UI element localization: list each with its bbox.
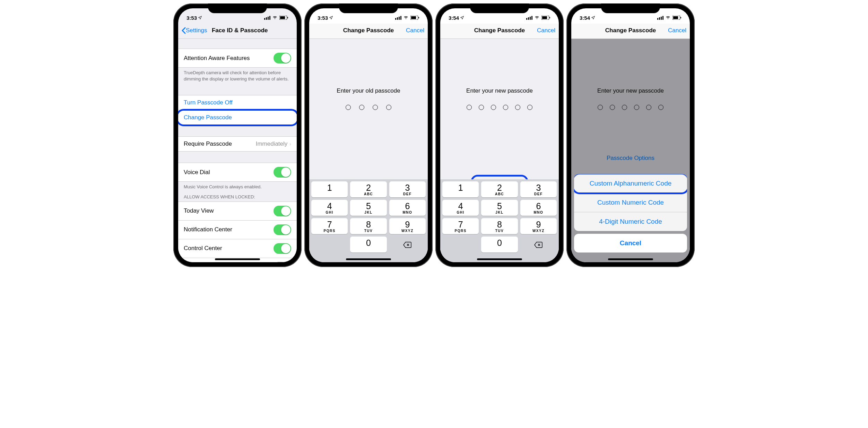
home-indicator[interactable] [215,258,260,260]
cellular-icon [526,16,532,20]
home-indicator[interactable] [477,258,522,260]
key-delete[interactable] [520,237,557,252]
svg-rect-12 [411,16,416,19]
key-letters: PQRS [442,229,479,233]
dot [503,105,508,110]
status-time: 3:54 [580,15,590,21]
content: Enter your old passcode 1 2ABC3DEF4GHI5J… [309,39,428,262]
key-letters: GHI [442,211,479,214]
key-blank [442,237,479,252]
key-5[interactable]: 5JKL [350,200,387,216]
key-letters: TUV [481,229,518,233]
dot [359,105,364,110]
notch [208,3,267,13]
row-voice-dial[interactable]: Voice Dial [178,163,297,182]
svg-rect-2 [268,17,269,20]
cancel-button[interactable]: Cancel [535,27,555,34]
cancel-button[interactable]: Cancel [666,27,686,34]
row-change-passcode[interactable]: Change Passcode [178,110,297,125]
sheet-label: Cancel [620,239,641,247]
svg-rect-0 [264,18,265,20]
key-letters: DEF [389,192,426,196]
key-1[interactable]: 1 [442,181,479,197]
delete-icon [534,241,543,248]
key-digit: 4 [442,202,479,211]
svg-rect-26 [673,16,678,19]
svg-rect-15 [528,17,529,20]
chevron-right-icon: › [289,141,291,147]
numeric-keypad: 1 2ABC3DEF4GHI5JKL6MNO7PQRS8TUV9WXYZ0 [440,179,559,262]
key-2[interactable]: 2ABC [481,181,518,197]
home-indicator[interactable] [608,258,653,260]
sheet-option-4digit[interactable]: 4-Digit Numeric Code [574,212,687,231]
key-digit: 7 [442,220,479,229]
key-8[interactable]: 8TUV [350,218,387,234]
dot [515,105,520,110]
key-letters: PQRS [311,229,348,233]
key-letters: MNO [520,211,557,214]
dot [346,105,351,110]
location-icon [460,16,464,20]
key-delete[interactable] [389,237,426,252]
toggle-today[interactable] [274,206,291,216]
toggle-attention[interactable] [274,53,291,63]
row-attention-aware[interactable]: Attention Aware Features [178,49,297,68]
key-7[interactable]: 7PQRS [311,218,348,234]
toggle-control[interactable] [274,243,291,254]
row-turn-passcode-off[interactable]: Turn Passcode Off [178,95,297,110]
toggle-siri[interactable] [274,262,291,262]
row-label: Attention Aware Features [184,55,250,62]
dot [373,105,378,110]
key-9[interactable]: 9WXYZ [520,218,557,234]
location-icon [591,16,595,20]
dot [527,105,532,110]
key-1[interactable]: 1 [311,181,348,197]
cellular-icon [395,16,401,20]
device-frame: 3:54 Change Passcode Cancel Enter your n… [566,3,695,267]
key-6[interactable]: 6MNO [389,200,426,216]
passcode-dots [440,105,559,110]
row-notification-center[interactable]: Notification Center [178,221,297,239]
back-button[interactable]: Settings [182,27,207,34]
key-3[interactable]: 3DEF [389,181,426,197]
numeric-keypad: 1 2ABC3DEF4GHI5JKL6MNO7PQRS8TUV9WXYZ0 [309,179,428,262]
location-icon [329,16,333,20]
screen-passcode-options-sheet: 3:54 Change Passcode Cancel Enter your n… [571,8,690,262]
key-digit: 2 [350,183,387,192]
toggle-notification[interactable] [274,224,291,235]
svg-rect-3 [269,16,270,20]
svg-rect-5 [280,16,285,19]
sheet-cancel[interactable]: Cancel [574,234,687,252]
svg-rect-14 [526,18,527,20]
key-0[interactable]: 0 [350,237,387,252]
key-5[interactable]: 5JKL [481,200,518,216]
key-8[interactable]: 8TUV [481,218,518,234]
key-4[interactable]: 4GHI [311,200,348,216]
key-digit: 8 [481,220,518,229]
prompt-text: Enter your new passcode [440,87,559,94]
home-indicator[interactable] [346,258,391,260]
cancel-button[interactable]: Cancel [403,27,424,34]
status-time: 3:53 [318,15,328,21]
svg-rect-23 [661,17,662,20]
toggle-voice-dial[interactable] [274,167,291,178]
key-6[interactable]: 6MNO [520,200,557,216]
row-today-view[interactable]: Today View [178,202,297,221]
sheet-option-alphanumeric[interactable]: Custom Alphanumeric Code [574,174,687,193]
key-2[interactable]: 2ABC [350,181,387,197]
key-7[interactable]: 7PQRS [442,218,479,234]
key-4[interactable]: 4GHI [442,200,479,216]
wifi-icon [665,16,671,20]
nav-title: Change Passcode [605,27,656,34]
svg-rect-1 [266,17,267,20]
key-3[interactable]: 3DEF [520,181,557,197]
dot [479,105,484,110]
row-require-passcode[interactable]: Require Passcode Immediately› [178,136,297,152]
row-label: Require Passcode [184,140,232,147]
key-letters [350,247,387,251]
sheet-option-numeric[interactable]: Custom Numeric Code [574,193,687,212]
row-control-center[interactable]: Control Center [178,239,297,258]
key-9[interactable]: 9WXYZ [389,218,426,234]
sheet-label: 4-Digit Numeric Code [599,218,662,225]
key-0[interactable]: 0 [481,237,518,252]
